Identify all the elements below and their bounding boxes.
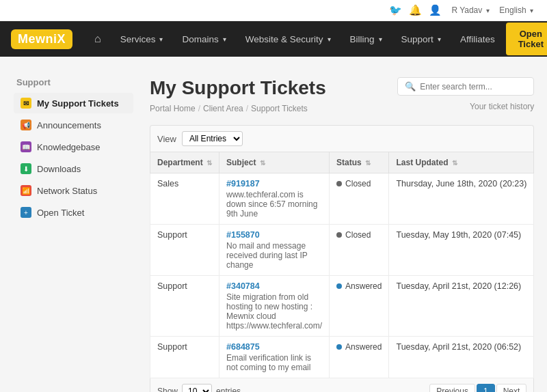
- lang-chevron-icon: ▾: [530, 7, 533, 14]
- topbar-language[interactable]: English ▾: [499, 5, 533, 15]
- breadcrumb-client-area[interactable]: Client Area: [203, 104, 243, 113]
- status-badge-0: Closed: [336, 179, 371, 188]
- show-select[interactable]: 10: [182, 384, 212, 392]
- ticket-desc-3: Email verification link is not coming to…: [226, 353, 311, 372]
- nav-support[interactable]: Support ▾: [393, 21, 449, 57]
- breadcrumb: Portal Home / Client Area / Support Tick…: [150, 104, 308, 113]
- nav-billing[interactable]: Billing ▾: [342, 21, 390, 57]
- user-chevron-icon: ▾: [486, 7, 490, 14]
- toolbar: View All Entries: [150, 125, 534, 152]
- cell-status-0: Closed: [330, 173, 389, 225]
- breadcrumb-sep-2: /: [246, 104, 248, 113]
- open-ticket-button[interactable]: Open Ticket: [506, 23, 547, 55]
- status-dot-0: [336, 181, 342, 186]
- nav-right: Open Ticket: [506, 23, 547, 55]
- sidebar-item-network-status[interactable]: 📶 Network Status: [14, 180, 133, 201]
- ot-icon: +: [21, 207, 31, 218]
- topbar-icons: 🐦 🔔 👤: [389, 4, 442, 16]
- status-badge-3: Answered: [336, 342, 382, 352]
- nav-domains[interactable]: Domains ▾: [174, 21, 234, 57]
- ticket-desc-0: www.techferal.com is down since 6:57 mor…: [226, 190, 317, 219]
- sidebar-item-knowledgebase[interactable]: 📖 Knowledgebase: [14, 137, 133, 157]
- topbar-username: R Yadav: [451, 5, 482, 15]
- ticket-table: Department ⇅ Subject ⇅ Status ⇅ Last U: [150, 152, 534, 378]
- status-text-0: Closed: [345, 179, 371, 188]
- main-container: Support ✉ My Support Tickets 📢 Announcem…: [0, 57, 547, 392]
- cell-updated-3: Tuesday, April 21st, 2020 (06:52): [389, 337, 534, 378]
- logo[interactable]: MewniX: [11, 29, 72, 49]
- cell-subject-2: #340784 Site migration from old hosting …: [219, 276, 330, 337]
- show-entries: Show 10 entries: [157, 384, 241, 392]
- search-icon: 🔍: [405, 81, 416, 92]
- cell-status-3: Answered: [330, 337, 389, 378]
- logo-text2: X: [57, 32, 66, 46]
- ticket-history-link[interactable]: Your ticket history: [470, 102, 534, 111]
- search-input[interactable]: [420, 82, 526, 92]
- table-row: Support #155870 No mail and message rece…: [150, 225, 534, 276]
- cell-subject-0: #919187 www.techferal.com is down since …: [219, 173, 330, 225]
- navbar: MewniX ⌂ Services ▾ Domains ▾ Website & …: [0, 21, 547, 57]
- page-1-button[interactable]: 1: [477, 384, 495, 392]
- topbar: 🐦 🔔 👤 R Yadav ▾ English ▾: [0, 0, 547, 21]
- cell-subject-3: #684875 Email verification link is not c…: [219, 337, 330, 378]
- nav-home[interactable]: ⌂: [86, 21, 109, 57]
- bell-icon[interactable]: 🔔: [409, 4, 422, 16]
- nav-affiliates[interactable]: Affiliates: [452, 21, 503, 57]
- ticket-id-3[interactable]: #684875: [226, 342, 322, 352]
- pagination-buttons: Previous 1 Next: [429, 384, 526, 392]
- subject-sort-icon: ⇅: [260, 159, 265, 167]
- ticket-icon: ✉: [21, 98, 31, 109]
- cell-updated-0: Thursday, June 18th, 2020 (20:23): [389, 173, 534, 225]
- prev-button[interactable]: Previous: [429, 384, 475, 392]
- content-area: My Support Tickets 🔍 Portal Home / Clien…: [150, 77, 534, 392]
- status-text-2: Answered: [345, 281, 382, 291]
- table-row: Sales #919187 www.techferal.com is down …: [150, 173, 534, 225]
- ticket-desc-1: No mail and message received during last…: [226, 241, 308, 270]
- col-subject[interactable]: Subject ⇅: [219, 152, 330, 173]
- sidebar-item-open-ticket[interactable]: + Open Ticket: [14, 202, 133, 223]
- breadcrumb-sep-1: /: [198, 104, 200, 113]
- cell-subject-1: #155870 No mail and message received dur…: [219, 225, 330, 276]
- show-label: Show: [157, 387, 178, 392]
- table-header-row: Department ⇅ Subject ⇅ Status ⇅ Last U: [150, 152, 534, 173]
- twitter-icon[interactable]: 🐦: [389, 4, 402, 16]
- nav-services[interactable]: Services ▾: [112, 21, 172, 57]
- support-chevron-icon: ▾: [438, 36, 441, 43]
- kb-icon: 📖: [21, 141, 31, 152]
- cell-updated-1: Tuesday, May 19th, 2020 (07:45): [389, 225, 534, 276]
- announce-icon: 📢: [21, 120, 31, 130]
- col-department[interactable]: Department ⇅: [150, 152, 219, 173]
- ticket-id-0[interactable]: #919187: [226, 179, 322, 188]
- nav-website-security[interactable]: Website & Security ▾: [237, 21, 339, 57]
- content-header: My Support Tickets 🔍: [150, 77, 534, 99]
- ticket-id-2[interactable]: #340784: [226, 281, 322, 291]
- cell-department-3: Support: [150, 337, 219, 378]
- status-dot-1: [336, 232, 342, 238]
- status-text-1: Closed: [345, 230, 371, 240]
- logo-text1: Mewni: [18, 32, 57, 46]
- search-box[interactable]: 🔍: [397, 77, 534, 96]
- dl-icon: ⬇: [21, 163, 31, 174]
- table-row: Support #340784 Site migration from old …: [150, 276, 534, 337]
- view-label: View: [157, 134, 176, 144]
- cell-status-1: Closed: [330, 225, 389, 276]
- cell-department-1: Support: [150, 225, 219, 276]
- website-security-chevron-icon: ▾: [328, 36, 331, 43]
- ticket-id-1[interactable]: #155870: [226, 230, 322, 240]
- col-status[interactable]: Status ⇅: [330, 152, 389, 173]
- entries-select[interactable]: All Entries: [182, 131, 243, 146]
- net-icon: 📶: [21, 185, 31, 196]
- topbar-user[interactable]: R Yadav ▾: [451, 5, 490, 15]
- sidebar-item-tickets[interactable]: ✉ My Support Tickets: [14, 93, 133, 113]
- ticket-desc-2: Site migration from old hosting to new h…: [226, 292, 322, 331]
- col-last-updated[interactable]: Last Updated ⇅: [389, 152, 534, 173]
- next-button[interactable]: Next: [496, 384, 527, 392]
- sidebar-item-announcements[interactable]: 📢 Announcements: [14, 115, 133, 135]
- breadcrumb-portal-home[interactable]: Portal Home: [150, 104, 196, 113]
- user-icon: 👤: [429, 4, 442, 16]
- status-badge-1: Closed: [336, 230, 371, 240]
- status-badge-2: Answered: [336, 281, 382, 291]
- cell-updated-2: Tuesday, April 21st, 2020 (12:26): [389, 276, 534, 337]
- sidebar-item-downloads[interactable]: ⬇ Downloads: [14, 158, 133, 179]
- entries-label: entries: [216, 387, 241, 392]
